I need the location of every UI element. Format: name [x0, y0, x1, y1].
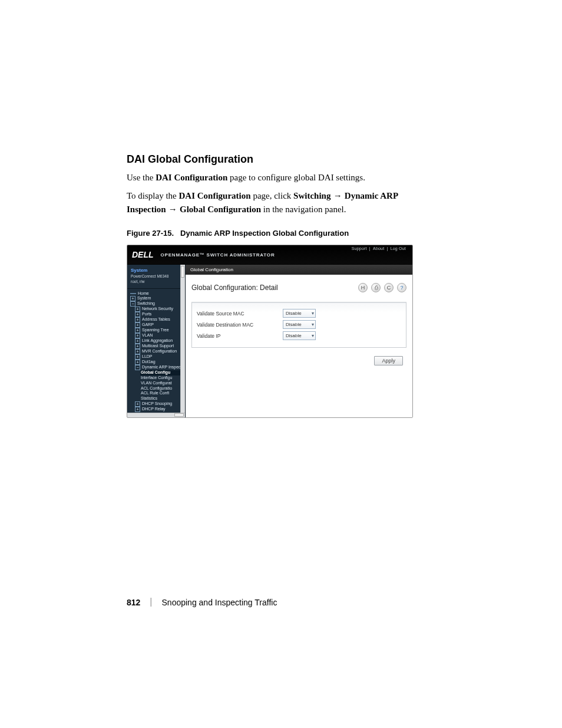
- nav-path-switching: Switching: [293, 191, 330, 200]
- field-label: Validate Source MAC: [197, 311, 283, 317]
- form-card: Validate Source MAC Disable Validate Des…: [191, 302, 406, 348]
- panel-title: Global Configuration: Detail: [191, 284, 278, 292]
- body-paragraph-2: To display the DAI Configuration page, c…: [127, 189, 435, 216]
- nav-garp[interactable]: +GARP: [134, 322, 184, 328]
- nav-system[interactable]: +System: [130, 296, 184, 301]
- vertical-scrollbar[interactable]: [180, 265, 185, 417]
- nav-acl-configuration[interactable]: ACL Configuratio: [140, 386, 184, 391]
- logout-link[interactable]: Log Out: [390, 246, 406, 251]
- nav-network-security[interactable]: +Network Security: [134, 307, 184, 312]
- toolbar-icons: H ⎙ C ?: [358, 283, 406, 292]
- scroll-thumb[interactable]: [174, 413, 184, 417]
- figure-caption: Figure 27-15. Dynamic ARP Inspection Glo…: [127, 229, 435, 238]
- apply-button[interactable]: Apply: [374, 356, 403, 365]
- nav-label: Statistics: [141, 396, 157, 401]
- nav-label: Spanning Tree: [142, 328, 169, 333]
- body-paragraph-1: Use the DAI Configuration page to config…: [127, 172, 435, 185]
- plus-icon: +: [135, 333, 140, 338]
- page-number: 812: [127, 598, 140, 607]
- print-icon[interactable]: ⎙: [371, 283, 381, 292]
- nav-ports[interactable]: +Ports: [134, 312, 184, 317]
- save-icon[interactable]: H: [358, 283, 368, 292]
- about-link[interactable]: About: [372, 246, 385, 251]
- nav-tree: Home +System −Switching +Network Securit…: [127, 289, 185, 412]
- plus-icon: +: [135, 349, 140, 354]
- support-link[interactable]: Support: [351, 246, 368, 251]
- validate-source-mac-select[interactable]: Disable: [283, 309, 316, 318]
- help-icon[interactable]: ?: [397, 283, 406, 292]
- nav-mvr[interactable]: +MVR Configuration: [134, 349, 184, 354]
- nav-label: Ports: [142, 312, 151, 317]
- main-split: System PowerConnect M6348 root, r/w Home…: [127, 265, 412, 417]
- field-label: Validate IP: [197, 333, 283, 339]
- validate-ip-select[interactable]: Disable: [283, 331, 316, 340]
- main-panel: Global Configuration Global Configuratio…: [186, 265, 412, 417]
- nav-vlan[interactable]: +VLAN: [134, 333, 184, 338]
- sidebar-header: System PowerConnect M6348 root, r/w: [127, 265, 185, 288]
- nav-label: Link Aggregation: [142, 338, 173, 344]
- nav-multicast[interactable]: +Multicast Support: [134, 344, 184, 349]
- nav-acl-rule-config[interactable]: ACL Rule Confi: [140, 391, 184, 396]
- plus-icon: +: [135, 354, 140, 360]
- form-row-validate-dest-mac: Validate Destination MAC Disable: [197, 319, 401, 330]
- nav-label: DHCP Relay: [142, 407, 166, 412]
- nav-dot1ag[interactable]: +Dot1ag: [134, 360, 184, 365]
- chapter-title: Snooping and Inspecting Traffic: [162, 598, 277, 607]
- app-screenshot: DELL OPENMANAGE™ SWITCH ADMINISTRATOR Su…: [127, 245, 413, 418]
- nav-label: Switching: [137, 301, 155, 307]
- nav-label: Global Configu: [141, 370, 170, 375]
- nav-label: ACL Configuratio: [141, 386, 172, 391]
- nav-label: Interface Configu: [141, 375, 172, 381]
- nav-label: Address Tables: [142, 317, 170, 322]
- content-area: Global Configuration: Detail H ⎙ C ? Val…: [186, 275, 412, 417]
- nav-statistics[interactable]: Statistics: [140, 396, 184, 401]
- figure-title: Dynamic ARP Inspection Global Configurat…: [180, 229, 349, 238]
- product-name: OPENMANAGE™ SWITCH ADMINISTRATOR: [161, 252, 275, 258]
- nav-label: VLAN Configurat: [141, 381, 172, 386]
- plus-icon: +: [135, 344, 140, 349]
- refresh-icon[interactable]: C: [384, 283, 394, 292]
- form-row-validate-source-mac: Validate Source MAC Disable: [197, 308, 401, 319]
- dell-logo: DELL: [132, 250, 154, 259]
- figure-number: Figure 27-15.: [127, 229, 174, 238]
- nav-switching[interactable]: −Switching: [130, 301, 184, 307]
- separator: |: [386, 246, 389, 251]
- nav-global-configuration[interactable]: Global Configu: [140, 370, 184, 375]
- app-topbar: DELL OPENMANAGE™ SWITCH ADMINISTRATOR Su…: [127, 245, 412, 265]
- nav-label: VLAN: [142, 333, 153, 338]
- minus-icon: −: [135, 365, 140, 370]
- text: To display the: [127, 191, 179, 200]
- nav-lldp[interactable]: +LLDP: [134, 354, 184, 360]
- nav-dhcp-snooping[interactable]: +DHCP Snooping: [134, 401, 184, 407]
- nav-home[interactable]: Home: [130, 291, 184, 297]
- text: in the navigation panel.: [261, 205, 346, 214]
- nav-spanning-tree[interactable]: +Spanning Tree: [134, 328, 184, 333]
- nav-label: Dot1ag: [142, 360, 156, 365]
- plus-icon: +: [130, 296, 135, 301]
- minus-icon: −: [130, 301, 135, 307]
- field-label: Validate Destination MAC: [197, 322, 283, 328]
- form-row-validate-ip: Validate IP Disable: [197, 330, 401, 341]
- nav-label: Multicast Support: [142, 344, 174, 349]
- nav-vlan-configuration[interactable]: VLAN Configurat: [140, 381, 184, 386]
- nav-dhcp-relay[interactable]: +DHCP Relay: [134, 407, 184, 412]
- nav-address-tables[interactable]: +Address Tables: [134, 317, 184, 322]
- validate-dest-mac-select[interactable]: Disable: [283, 320, 316, 329]
- nav-label: LLDP: [142, 354, 153, 360]
- nav-link-aggregation[interactable]: +Link Aggregation: [134, 338, 184, 344]
- text-bold: DAI Configuration: [156, 173, 227, 182]
- plus-icon: +: [135, 307, 140, 312]
- nav-interface-configuration[interactable]: Interface Configu: [140, 375, 184, 381]
- scroll-thumb[interactable]: [181, 266, 184, 278]
- nav-label: Dynamic ARP Inspec: [142, 365, 181, 370]
- plus-icon: +: [135, 338, 140, 344]
- page-footer: 812 | Snooping and Inspecting Traffic: [127, 598, 277, 607]
- nav-dynamic-arp-inspection[interactable]: −Dynamic ARP Inspec: [134, 365, 184, 370]
- sidebar-device: PowerConnect M6348: [131, 274, 181, 279]
- nav-label: System: [137, 296, 151, 301]
- text: Use the: [127, 173, 156, 182]
- footer-divider: |: [150, 597, 152, 607]
- nav-label: MVR Configuration: [142, 349, 177, 354]
- sidebar-user: root, r/w: [131, 279, 181, 284]
- horizontal-scrollbar[interactable]: [127, 413, 185, 417]
